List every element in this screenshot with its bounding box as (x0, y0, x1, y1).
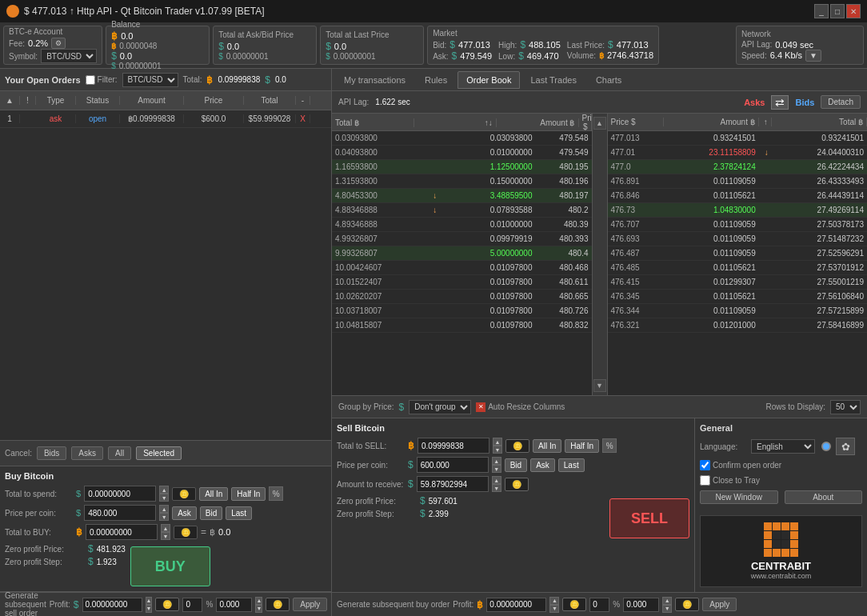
settings-icon-btn[interactable]: ✿ (836, 438, 855, 455)
bid-row[interactable]: 476.344 0.01109059 27.57215899 (608, 304, 868, 318)
gen-buy-apply-btn[interactable]: Apply (702, 598, 737, 611)
network-settings-btn[interactable]: ▼ (805, 50, 821, 62)
ask-row[interactable]: 10.04815807 0.01097800 480.832 (332, 318, 592, 333)
sell-bid-btn[interactable]: Bid (505, 458, 527, 472)
buy-total-input[interactable] (86, 524, 158, 540)
gen-sell-step-input[interactable] (216, 598, 252, 612)
sell-total-input[interactable] (418, 438, 489, 454)
open-orders-header: Your Open Orders Filter: BTC/USD Total: … (0, 69, 331, 91)
tab-orderbook[interactable]: Order Book (457, 71, 520, 89)
ask-row[interactable]: 1.31593800 0.15000000 480.196 (332, 174, 592, 189)
bid-row[interactable]: 476.415 0.01299307 27.55001219 (608, 275, 868, 290)
group-select[interactable]: Don't group (409, 400, 471, 414)
language-select[interactable]: English (751, 439, 815, 454)
bid-row[interactable]: 477.0 2.37824124 26.42224434 (608, 160, 868, 174)
buy-percent-btn[interactable]: % (269, 486, 283, 501)
bid-row[interactable]: 476.693 0.01109059 27.51487232 (608, 232, 868, 246)
gen-sell-pct-input[interactable] (182, 598, 202, 612)
sell-all-in-btn[interactable]: All In (533, 439, 561, 453)
filter-select[interactable]: BTC/USD (122, 73, 178, 87)
buy-total-stepper2[interactable]: ▲ ▼ (161, 524, 170, 540)
bid-row[interactable]: 476.846 0.01105621 26.44439114 (608, 189, 868, 203)
ask-row[interactable]: 10.01522407 0.01097800 480.611 (332, 275, 592, 290)
gen-buy-coin-btn: 🪙 (562, 598, 586, 611)
sell-btn[interactable]: SELL (609, 498, 689, 538)
buy-total-spend-input[interactable] (84, 486, 156, 502)
cancel-selected-btn[interactable]: Selected (136, 446, 182, 460)
bid-row[interactable]: 477.01 23.11158809 ↓ 24.04400310 (608, 146, 868, 160)
ask-row[interactable]: 4.89346888 0.01000000 480.39 (332, 218, 592, 232)
bid-row[interactable]: 476.891 0.01109059 26.43333493 (608, 174, 868, 189)
bid-row[interactable]: 477.013 0.93241501 0.93241501 (608, 131, 868, 146)
gen-buy-pct-input[interactable] (589, 598, 609, 612)
sell-price-input[interactable] (417, 457, 489, 473)
tab-rules[interactable]: Rules (416, 71, 456, 89)
new-window-btn[interactable]: New Window (700, 490, 778, 504)
orders-table-header: ▲ ! Type Status Amount Price Total - (0, 91, 331, 110)
rows-display-select[interactable]: 50 (830, 400, 861, 414)
gen-buy-step-input[interactable] (623, 598, 659, 612)
tab-charts[interactable]: Charts (587, 71, 630, 89)
table-row: 1 ask open ฿0.09999838 $600.0 $59.999028… (0, 110, 331, 128)
market-title: Market (433, 29, 653, 38)
bid-row[interactable]: 476.345 0.01105621 27.56106840 (608, 290, 868, 304)
sell-half-in-btn[interactable]: Half In (565, 439, 599, 453)
ask-row[interactable]: 10.00424607 0.01097800 480.468 (332, 261, 592, 275)
scroll-down-btn[interactable]: ▼ (593, 379, 606, 392)
buy-all-in-btn[interactable]: All In (199, 487, 228, 501)
cancel-all-btn[interactable]: All (108, 446, 131, 460)
filter-checkbox[interactable] (86, 75, 95, 85)
market-panel: Market Bid: $ 477.013 Ask: $ 479.549 Hig… (427, 26, 659, 65)
bid-row[interactable]: 476.707 0.01109059 27.50378173 (608, 218, 868, 232)
ask-row[interactable]: 0.04093800 0.01000000 479.549 (332, 146, 592, 160)
buy-btn[interactable]: BUY (130, 546, 210, 586)
sell-last-btn[interactable]: Last (558, 458, 585, 472)
symbol-select[interactable]: BTC/USD (41, 49, 97, 63)
sell-amount-icon: 🪙 (505, 478, 529, 491)
asks-bids-switch[interactable]: ⇄ (771, 95, 789, 110)
ask-row[interactable]: 4.80453300 ↓ 3.48859500 480.197 (332, 189, 592, 203)
ask-row[interactable]: 10.03718007 0.01097800 480.726 (332, 304, 592, 318)
buy-ask-btn[interactable]: Ask (172, 506, 197, 520)
ask-row[interactable]: 4.88346888 ↓ 0.07893588 480.2 (332, 203, 592, 218)
bid-row[interactable]: 476.321 0.01201000 27.58416899 (608, 318, 868, 333)
ask-row[interactable]: 10.02620207 0.01097800 480.665 (332, 290, 592, 304)
gen-sell-apply-btn[interactable]: Apply (293, 598, 327, 611)
confirm-order-label[interactable]: Confirm open order (700, 460, 781, 470)
gen-sell-profit-input[interactable] (82, 598, 142, 612)
radio-btn[interactable] (821, 442, 831, 451)
buy-half-in-btn[interactable]: Half In (231, 487, 266, 501)
close-tray-checkbox[interactable] (700, 475, 710, 486)
gen-buy-profit-input[interactable] (486, 598, 546, 612)
scroll-up-btn[interactable]: ▲ (593, 117, 606, 130)
ask-row[interactable]: 0.03093800 0.03093800 479.548 (332, 131, 592, 146)
bid-row[interactable]: 476.485 0.01105621 27.53701912 (608, 261, 868, 275)
ask-row[interactable]: 4.99326807 0.09979919 480.393 (332, 232, 592, 246)
buy-price-input[interactable] (84, 505, 156, 521)
fee-settings-btn[interactable]: ⚙ (51, 38, 66, 49)
buy-bid-btn[interactable]: Bid (200, 506, 222, 520)
sell-percent-btn[interactable]: % (602, 438, 617, 453)
cancel-bids-btn[interactable]: Bids (37, 446, 66, 460)
ask-row[interactable]: 9.99326807 5.00000000 480.4 (332, 246, 592, 261)
confirm-order-checkbox[interactable] (700, 460, 710, 470)
tab-transactions[interactable]: My transactions (335, 71, 414, 89)
sell-ask-btn[interactable]: Ask (530, 458, 555, 472)
buy-total-stepper[interactable]: ▲ ▼ (159, 486, 169, 502)
ask-row[interactable]: 1.16593800 1.12500000 480.195 (332, 160, 592, 174)
tab-lasttrades[interactable]: Last Trades (521, 71, 585, 89)
close-btn[interactable]: ✕ (846, 4, 861, 18)
buy-price-stepper[interactable]: ▲ ▼ (159, 505, 169, 521)
bid-row[interactable]: 476.487 0.01109059 27.52596291 (608, 246, 868, 261)
minimize-btn[interactable]: _ (814, 4, 829, 18)
sell-amount-input[interactable] (417, 476, 489, 492)
bid-row[interactable]: 476.73 1.04830000 27.49269114 (608, 203, 868, 218)
maximize-btn[interactable]: □ (830, 4, 845, 18)
about-btn[interactable]: About (785, 490, 863, 504)
cancel-asks-btn[interactable]: Asks (71, 446, 103, 460)
auto-resize-clear-btn[interactable]: ✕ (476, 402, 485, 412)
close-tray-label[interactable]: Close to Tray (700, 475, 760, 486)
detach-btn[interactable]: Detach (821, 95, 861, 109)
buy-last-btn[interactable]: Last (226, 506, 252, 520)
app-icon (6, 5, 19, 18)
